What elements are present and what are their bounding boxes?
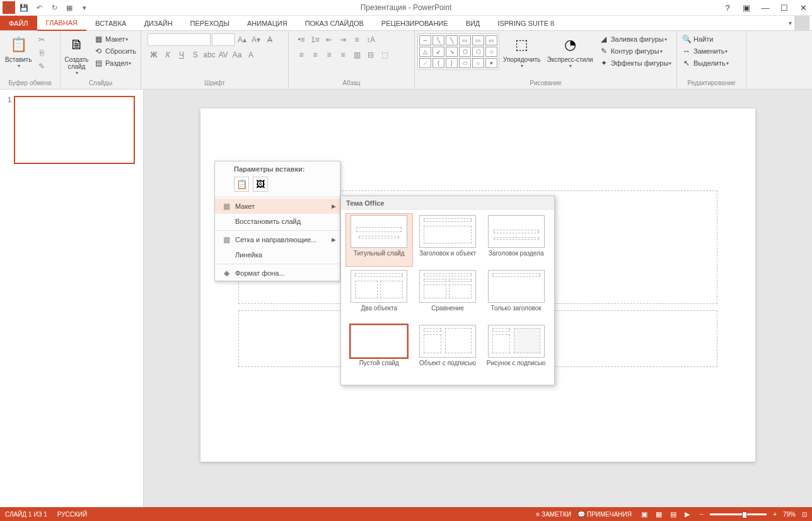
zoom-level[interactable]: 79% xyxy=(783,511,796,518)
minimize-icon[interactable]: — xyxy=(757,1,774,14)
tab-review[interactable]: РЕЦЕНЗИРОВАНИЕ xyxy=(373,16,457,30)
layout-picture-caption[interactable]: Рисунок с подписью xyxy=(483,324,549,376)
reset-button[interactable]: ⟲Сбросить xyxy=(91,45,138,57)
strike-icon[interactable]: S xyxy=(189,49,202,61)
status-slide-number[interactable]: СЛАЙД 1 ИЗ 1 xyxy=(5,511,47,518)
ctx-format-background[interactable]: ◆ Формат фона... xyxy=(215,266,340,281)
collapse-ribbon-icon[interactable]: ▾ xyxy=(789,20,792,26)
status-language[interactable]: РУССКИЙ xyxy=(57,511,87,518)
paste-button[interactable]: 📋 Вставить ▾ xyxy=(3,33,34,70)
ctx-ruler[interactable]: Линейка xyxy=(215,247,340,262)
cut-icon[interactable]: ✂ xyxy=(35,33,48,46)
font-color-icon[interactable]: A xyxy=(245,49,257,61)
justify-icon[interactable]: ≡ xyxy=(337,49,349,61)
tab-view[interactable]: ВИД xyxy=(457,16,489,30)
text-direction-icon[interactable]: ↕A xyxy=(364,33,377,46)
shapes-gallery[interactable]: ─╲╲▭▭▭ △↙↘⬠⬡☆ ⟋{}⬭○▾ xyxy=(417,33,499,70)
thumbnail-preview[interactable] xyxy=(14,96,135,164)
maximize-icon[interactable]: ☐ xyxy=(775,1,793,14)
layout-content-caption[interactable]: Объект с подписью xyxy=(415,324,481,376)
ribbon-display-icon[interactable]: ▣ xyxy=(738,1,755,14)
find-button[interactable]: 🔍Найти xyxy=(680,33,731,45)
comments-icon: 💬 xyxy=(577,511,585,518)
layout-blank[interactable]: Пустой слайд xyxy=(346,324,412,376)
close-icon[interactable]: ✕ xyxy=(794,1,812,14)
line-spacing-icon[interactable]: ≡ xyxy=(351,33,363,46)
align-center-icon[interactable]: ≡ xyxy=(309,49,322,61)
shape-effects-button[interactable]: ✦Эффекты фигуры▾ xyxy=(597,57,674,69)
zoom-out-icon[interactable]: − xyxy=(700,511,704,518)
layout-two-content[interactable]: Два объекта xyxy=(346,269,412,321)
notes-button[interactable]: ≡ЗАМЕТКИ xyxy=(536,511,571,518)
bullets-icon[interactable]: •≡ xyxy=(295,33,308,46)
zoom-slider[interactable] xyxy=(710,513,767,515)
slide-thumbnail[interactable]: 1 xyxy=(4,96,139,164)
normal-view-icon[interactable]: ▣ xyxy=(638,508,651,520)
layout-title-content[interactable]: Заголовок и объект xyxy=(415,214,481,266)
save-icon[interactable]: 💾 xyxy=(18,1,30,14)
increase-indent-icon[interactable]: ⇥ xyxy=(337,33,349,46)
format-painter-icon[interactable]: ✎ xyxy=(35,60,48,73)
tab-slideshow[interactable]: ПОКАЗ СЛАЙДОВ xyxy=(296,16,373,30)
undo-icon[interactable]: ↶ xyxy=(33,1,45,14)
decrease-indent-icon[interactable]: ⇤ xyxy=(323,33,335,46)
tab-ispring[interactable]: ISPRING SUITE 8 xyxy=(489,16,563,30)
slideshow-icon[interactable]: ▦ xyxy=(63,1,76,14)
underline-icon[interactable]: Ч xyxy=(175,49,188,61)
comments-button[interactable]: 💬ПРИМЕЧАНИЯ xyxy=(577,511,632,518)
bold-icon[interactable]: Ж xyxy=(148,49,160,61)
shape-outline-button[interactable]: ✎Контур фигуры▾ xyxy=(597,45,674,57)
find-icon: 🔍 xyxy=(682,34,692,44)
ctx-restore-slide[interactable]: Восстановить слайд xyxy=(215,214,340,229)
tab-animation[interactable]: АНИМАЦИЯ xyxy=(238,16,296,30)
decrease-font-icon[interactable]: A▾ xyxy=(250,33,262,46)
select-button[interactable]: ↖Выделить▾ xyxy=(680,57,731,69)
align-left-icon[interactable]: ≡ xyxy=(295,49,308,61)
ctx-layout[interactable]: ▦ Макет ▶ xyxy=(215,199,340,214)
fit-window-icon[interactable]: ⊡ xyxy=(802,511,807,518)
slideshow-view-icon[interactable]: ▶ xyxy=(681,508,693,520)
quick-styles-icon: ◔ xyxy=(560,35,580,55)
user-avatar[interactable] xyxy=(794,16,809,31)
ctx-grid-guides[interactable]: ▦ Сетка и направляющие... ▶ xyxy=(215,232,340,247)
thumbnail-panel[interactable]: 1 xyxy=(0,90,144,507)
shadow-icon[interactable]: abc xyxy=(203,49,216,61)
quick-styles-button[interactable]: ◔ Экспресс-стили ▾ xyxy=(545,33,596,70)
qat-dropdown-icon[interactable]: ▾ xyxy=(78,1,91,14)
paste-option-picture-icon[interactable]: 🖼 xyxy=(253,177,268,192)
tab-insert[interactable]: ВСТАВКА xyxy=(86,16,135,30)
tab-transitions[interactable]: ПЕРЕХОДЫ xyxy=(182,16,238,30)
layout-title-only[interactable]: Только заголовок xyxy=(483,269,549,321)
new-slide-button[interactable]: 🗎 Создать слайд ▾ xyxy=(63,33,90,77)
font-size-combo[interactable] xyxy=(212,33,235,46)
align-text-icon[interactable]: ⊟ xyxy=(364,49,377,61)
copy-icon[interactable]: ⎘ xyxy=(35,47,48,59)
italic-icon[interactable]: К xyxy=(161,49,174,61)
layout-button[interactable]: ▦Макет▾ xyxy=(91,33,138,45)
smartart-icon[interactable]: ⬚ xyxy=(378,49,391,61)
numbering-icon[interactable]: 1≡ xyxy=(309,33,322,46)
columns-icon[interactable]: ▥ xyxy=(351,49,363,61)
increase-font-icon[interactable]: A▴ xyxy=(236,33,248,46)
arrange-button[interactable]: ⬚ Упорядочить ▾ xyxy=(501,33,543,70)
replace-button[interactable]: ↔Заменить▾ xyxy=(680,45,731,57)
tab-home[interactable]: ГЛАВНАЯ xyxy=(37,16,86,31)
clear-format-icon[interactable]: A̶ xyxy=(264,33,276,46)
paste-option-theme-icon[interactable]: 📋 xyxy=(234,177,249,192)
sorter-view-icon[interactable]: ▦ xyxy=(652,508,665,520)
reading-view-icon[interactable]: ▤ xyxy=(667,508,680,520)
font-family-combo[interactable] xyxy=(148,33,211,46)
align-right-icon[interactable]: ≡ xyxy=(323,49,335,61)
zoom-in-icon[interactable]: + xyxy=(773,511,777,518)
tab-design[interactable]: ДИЗАЙН xyxy=(135,16,181,30)
layout-title-slide[interactable]: Титульный слайд xyxy=(345,213,413,267)
layout-comparison[interactable]: Сравнение xyxy=(415,269,481,321)
shape-fill-button[interactable]: ◢Заливка фигуры▾ xyxy=(597,33,674,45)
case-icon[interactable]: Aa xyxy=(231,49,243,61)
layout-section-header[interactable]: Заголовок раздела xyxy=(483,214,549,266)
help-icon[interactable]: ? xyxy=(719,1,736,14)
tab-file[interactable]: ФАЙЛ xyxy=(0,16,37,30)
section-button[interactable]: ▤Раздел▾ xyxy=(91,57,138,69)
spacing-icon[interactable]: AV xyxy=(217,49,229,61)
redo-icon[interactable]: ↻ xyxy=(48,1,61,14)
